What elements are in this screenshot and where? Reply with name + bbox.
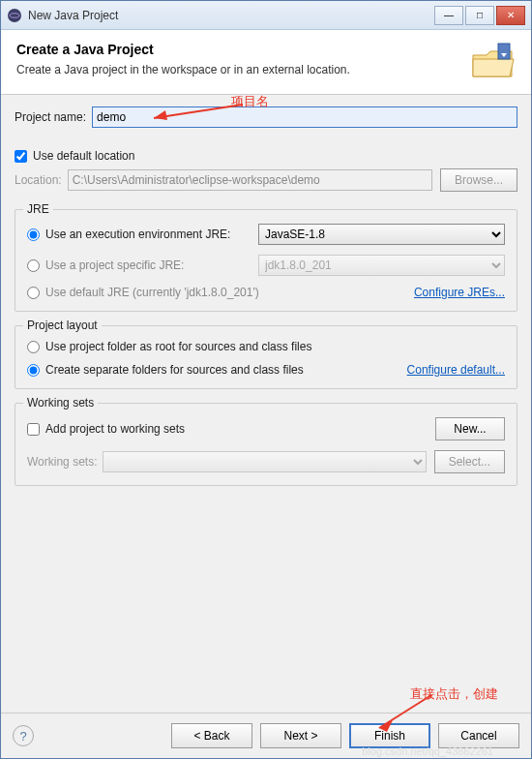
use-default-location-label: Use default location [33,149,134,163]
exec-env-label: Use an execution environment JRE: [45,228,258,241]
exec-env-row: Use an execution environment JRE: JavaSE… [27,224,505,245]
wizard-folder-icon [469,42,516,80]
project-name-row: Project name: [15,106,517,128]
project-layout-legend: Project layout [23,319,102,332]
project-jre-select: jdk1.8.0_201 [258,255,505,276]
back-button[interactable]: < Back [171,723,252,748]
window-buttons: — □ ✕ [434,6,525,25]
finish-button[interactable]: Finish [349,723,430,748]
project-name-input[interactable] [92,106,517,128]
dialog-header: Create a Java Project Create a Java proj… [1,30,531,95]
window-title: New Java Project [28,9,434,22]
default-jre-radio[interactable] [27,287,40,299]
next-button[interactable]: Next > [260,723,341,748]
configure-default-link[interactable]: Configure default... [407,363,505,377]
use-default-location-checkbox[interactable] [15,150,27,163]
add-working-sets-row: Add project to working sets New... [27,417,505,440]
working-sets-group: Working sets Add project to working sets… [15,403,517,486]
help-button[interactable]: ? [13,725,34,746]
separate-folders-radio[interactable] [27,364,40,377]
eclipse-icon [7,8,22,23]
annotation-finish: 直接点击，创建 [410,685,498,703]
root-folder-row: Use project folder as root for sources a… [27,340,505,353]
new-working-set-button[interactable]: New... [435,417,505,440]
jre-legend: JRE [23,202,53,216]
maximize-button[interactable]: □ [465,6,494,25]
jre-group: JRE Use an execution environment JRE: Ja… [15,209,517,312]
header-subtitle: Create a Java project in the workspace o… [16,63,469,76]
project-jre-row: Use a project specific JRE: jdk1.8.0_201 [27,255,505,276]
select-working-set-button: Select... [434,450,505,473]
dialog-footer: ? < Back Next > Finish Cancel [1,713,531,758]
separate-folders-label: Create separate folders for sources and … [45,363,407,377]
project-jre-radio[interactable] [27,259,40,272]
exec-env-select[interactable]: JavaSE-1.8 [258,224,505,245]
add-working-sets-label: Add project to working sets [45,422,435,436]
project-layout-group: Project layout Use project folder as roo… [15,325,517,389]
location-label: Location: [15,173,62,187]
use-default-location-row: Use default location [15,149,517,163]
dialog-content: Project name: Use default location Locat… [1,95,531,713]
working-sets-label: Working sets: [27,455,97,469]
titlebar[interactable]: New Java Project — □ ✕ [1,1,531,30]
minimize-button[interactable]: — [434,6,463,25]
add-working-sets-checkbox[interactable] [27,423,40,436]
default-jre-row: Use default JRE (currently 'jdk1.8.0_201… [27,286,505,299]
configure-jres-link[interactable]: Configure JREs... [414,286,505,299]
dialog-window: New Java Project — □ ✕ Create a Java Pro… [0,0,532,759]
working-sets-select [103,451,426,472]
working-sets-select-row: Working sets: Select... [27,450,505,473]
working-sets-legend: Working sets [23,396,98,410]
root-folder-radio[interactable] [27,341,40,353]
location-row: Location: Browse... [15,168,517,192]
separate-folders-row: Create separate folders for sources and … [27,363,505,377]
project-name-label: Project name: [15,110,86,124]
cancel-button[interactable]: Cancel [438,723,519,748]
location-input [68,169,432,191]
close-button[interactable]: ✕ [496,6,525,25]
default-jre-label: Use default JRE (currently 'jdk1.8.0_201… [45,286,414,299]
browse-button: Browse... [440,168,517,192]
exec-env-radio[interactable] [27,228,40,241]
root-folder-label: Use project folder as root for sources a… [45,340,311,353]
project-jre-label: Use a project specific JRE: [45,258,258,272]
header-title: Create a Java Project [16,42,469,57]
